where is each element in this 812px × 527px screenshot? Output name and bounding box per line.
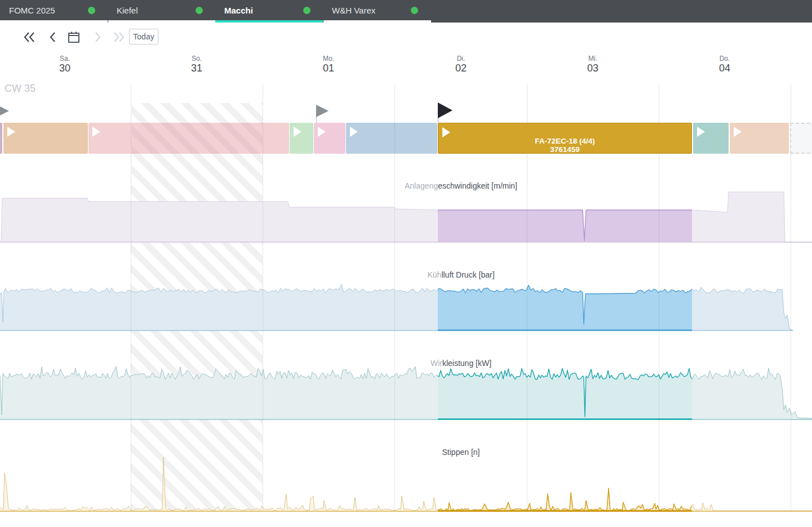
- tab-w-h-varex[interactable]: W&H Varex: [323, 0, 431, 20]
- skip-to-start-button[interactable]: [23, 30, 36, 44]
- chart-title-main-part: lluft Druck [bar]: [441, 270, 494, 279]
- day-number: 04: [691, 62, 758, 74]
- day-header: So.31: [163, 55, 230, 74]
- play-icon: [734, 127, 742, 137]
- next-button[interactable]: [91, 30, 104, 44]
- day-name: Mo.: [295, 55, 362, 62]
- tab-label: W&H Varex: [332, 6, 375, 15]
- day-name: Di.: [427, 55, 495, 62]
- chart-title-dim-part: Küh: [427, 270, 441, 279]
- chevron-right-icon: [91, 30, 104, 44]
- day-header: Sa.30: [31, 55, 99, 74]
- play-icon: [92, 127, 100, 137]
- day-name: Mi.: [559, 55, 627, 62]
- calendar-week-label: CW 35: [5, 83, 36, 95]
- day-number: 01: [295, 62, 362, 74]
- gantt-block[interactable]: [314, 123, 345, 154]
- chart-title-main-part: eschwindigkeit [m/min]: [438, 181, 517, 190]
- chevron-left-icon: [46, 30, 60, 44]
- day-header: Do.04: [691, 55, 758, 74]
- tab-kiefel[interactable]: Kiefel: [108, 0, 215, 20]
- chart-title-power: Wirkleistung [kW]: [394, 359, 527, 368]
- chart-title-specks: Stippen [n]: [394, 448, 527, 457]
- day-number: 30: [31, 62, 99, 74]
- day-gridline: [791, 186, 791, 511]
- gantt-block[interactable]: [0, 123, 2, 154]
- tab-separator: [108, 20, 108, 23]
- gantt-block[interactable]: [730, 123, 789, 154]
- day-number: 03: [559, 62, 627, 74]
- tab-bar: FOMC 2025KiefelMacchiW&H Varex: [0, 0, 812, 20]
- play-icon: [7, 127, 15, 137]
- day-gridline: [394, 186, 395, 511]
- tab-macchi[interactable]: Macchi: [215, 0, 323, 20]
- scheduler-app: FOMC 2025KiefelMacchiW&H Varex Today CW …: [0, 0, 812, 527]
- active-tab-underline: [215, 20, 323, 23]
- gantt-block[interactable]: [290, 123, 313, 154]
- play-icon: [442, 127, 450, 137]
- gantt-block[interactable]: [3, 123, 88, 154]
- chart-title-main-part: Stippen [n]: [442, 448, 480, 457]
- chart-power: [0, 338, 812, 420]
- day-gridline: [659, 186, 659, 511]
- day-name: So.: [163, 55, 230, 62]
- day-gridline: [263, 186, 263, 511]
- black-flag-marker[interactable]: [437, 101, 456, 124]
- day-gridline: [131, 186, 131, 511]
- chart-title-main-part: kleistung [kW]: [442, 359, 491, 368]
- gantt-block[interactable]: [88, 123, 289, 154]
- gantt-block-planned[interactable]: [790, 123, 812, 154]
- tab-label: Kiefel: [117, 6, 138, 15]
- flag-triangle-icon: [438, 102, 452, 118]
- chart-title-speed: Anlagengeschwindigkeit [m/min]: [394, 181, 527, 190]
- tab-fomc-2025[interactable]: FOMC 2025: [0, 0, 108, 20]
- chart-title-dim-part: Wir: [431, 359, 442, 368]
- play-icon: [294, 127, 301, 137]
- gantt-block[interactable]: [346, 123, 437, 154]
- flag-triangle-icon: [316, 105, 329, 117]
- chart-title-dim-part: Anlageng: [405, 181, 438, 190]
- gantt-block[interactable]: [693, 123, 729, 154]
- play-icon: [350, 127, 358, 137]
- status-dot-icon: [411, 7, 418, 14]
- day-header: Mo.01: [295, 55, 362, 74]
- today-button[interactable]: Today: [129, 29, 158, 44]
- gray-flag-marker[interactable]: [0, 101, 15, 124]
- status-dot-icon: [88, 7, 95, 14]
- gantt-block-label: FA-72EC-18 (4/4)3761459: [438, 137, 691, 154]
- calendar-icon: [67, 30, 81, 44]
- order-id: FA-72EC-18 (4/4): [438, 137, 691, 145]
- batch-number: 3761459: [438, 145, 691, 154]
- gray-flag-marker[interactable]: [316, 101, 335, 124]
- day-name: Do.: [691, 55, 758, 62]
- chart-speed: [0, 186, 812, 243]
- day-header: Mi.03: [559, 55, 627, 74]
- chart-title-pressure: Kühlluft Druck [bar]: [394, 270, 527, 279]
- previous-button[interactable]: [46, 30, 60, 44]
- skip-to-end-button[interactable]: [112, 30, 126, 44]
- tab-separator: [323, 20, 323, 23]
- day-number: 02: [427, 62, 495, 74]
- play-icon: [697, 127, 705, 137]
- day-gridline: [527, 186, 527, 511]
- day-header: Di.02: [427, 55, 495, 74]
- status-dot-icon: [303, 7, 310, 14]
- gantt-block-selected[interactable]: FA-72EC-18 (4/4)3761459: [438, 123, 692, 154]
- play-icon: [318, 127, 326, 137]
- double-chevron-left-icon: [23, 30, 36, 44]
- status-dot-icon: [196, 7, 203, 14]
- day-number: 31: [163, 62, 230, 74]
- tab-label: Macchi: [224, 6, 253, 15]
- flag-triangle-icon: [0, 105, 9, 117]
- calendar-button[interactable]: [67, 30, 81, 44]
- day-name: Sa.: [31, 55, 99, 62]
- double-chevron-right-icon: [112, 30, 126, 44]
- tab-label: FOMC 2025: [9, 6, 55, 15]
